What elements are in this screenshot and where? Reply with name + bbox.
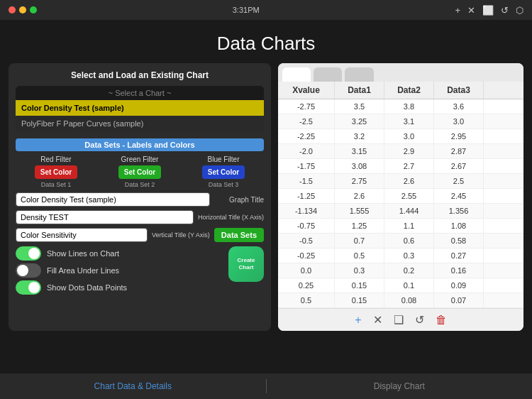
col-data3: Data3 xyxy=(434,82,484,99)
bottom-tab-display-chart[interactable]: Display Chart xyxy=(267,376,533,397)
table-row[interactable]: -1.1341.5551.4441.356 xyxy=(278,204,523,219)
table-cell: 0.58 xyxy=(434,234,484,248)
col-data2: Data2 xyxy=(384,82,434,99)
chart-selector: ~ Select a Chart ~ Color Density Test (s… xyxy=(16,86,264,131)
right-panel: Xvalue Data1 Data2 Data3 -2.753.53.83.6-… xyxy=(278,63,523,331)
table-cell: 0.7 xyxy=(335,234,384,248)
delete-icon[interactable]: ✕ xyxy=(373,313,382,327)
fill-area-toggle[interactable] xyxy=(16,263,41,278)
tab-3[interactable] xyxy=(345,67,373,82)
create-chart-button[interactable]: CreateChart xyxy=(228,246,264,282)
table-cell: 0.0 xyxy=(278,263,335,278)
table-cell: 1.25 xyxy=(335,219,384,233)
refresh-row-icon[interactable]: ↺ xyxy=(415,313,424,327)
toggle-show-lines: Show Lines on Chart xyxy=(16,246,223,261)
top-bar: 3:31PM + ✕ ⬜ ↺ ⬡ xyxy=(0,0,532,20)
table-actions: + ✕ ❑ ↺ 🗑 xyxy=(278,308,523,331)
table-cell: 2.67 xyxy=(434,159,484,173)
main-content: Select and Load an Existing Chart ~ Sele… xyxy=(0,63,532,331)
table-cell: 2.75 xyxy=(335,174,384,188)
table-cell: -0.5 xyxy=(278,234,335,248)
data-table: Xvalue Data1 Data2 Data3 -2.753.53.83.6-… xyxy=(278,82,523,308)
table-cell: 0.15 xyxy=(335,293,384,307)
window-icon[interactable]: ⬜ xyxy=(482,5,494,16)
table-cell: 2.55 xyxy=(384,189,434,203)
refresh-icon[interactable]: ↺ xyxy=(501,5,509,16)
table-cell: 1.1 xyxy=(384,219,434,233)
filter-col-blue: Blue Filter Set Color Data Set 3 xyxy=(183,155,264,188)
table-row[interactable]: -2.253.23.02.95 xyxy=(278,129,523,144)
table-row[interactable]: -2.753.53.83.6 xyxy=(278,99,523,114)
add-icon[interactable]: + xyxy=(455,5,460,16)
horizontal-title-input[interactable] xyxy=(16,210,194,224)
table-cell: 0.3 xyxy=(384,248,434,263)
graph-title-input[interactable] xyxy=(16,192,210,207)
dataset-label-1: Data Set 1 xyxy=(41,181,72,188)
copy-icon[interactable]: ❑ xyxy=(394,313,404,327)
table-cell: 0.5 xyxy=(335,248,384,263)
col-xvalue: Xvalue xyxy=(278,82,335,99)
data-sets-button[interactable]: Data Sets xyxy=(214,228,264,242)
bottom-bar: Chart Data & Details Display Chart xyxy=(0,373,532,399)
toggles-container: Show Lines on Chart Fill Area Under Line… xyxy=(16,246,223,297)
table-row[interactable]: -0.50.70.60.58 xyxy=(278,234,523,248)
bottom-tab-chart-data[interactable]: Chart Data & Details xyxy=(0,376,266,397)
tab-2[interactable] xyxy=(314,67,342,82)
table-cell: 2.87 xyxy=(434,144,484,158)
vertical-title-input[interactable] xyxy=(16,228,148,242)
graph-title-row: Graph Title xyxy=(16,192,264,207)
dataset-label-2: Data Set 2 xyxy=(125,181,155,188)
menu-icon[interactable]: ⬡ xyxy=(516,5,523,16)
trash-icon[interactable]: 🗑 xyxy=(436,314,447,327)
table-row[interactable]: -1.252.62.552.45 xyxy=(278,189,523,204)
table-row[interactable]: -2.03.152.92.87 xyxy=(278,144,523,159)
filter-col-green: Green Filter Set Color Data Set 2 xyxy=(99,155,180,188)
table-cell: 3.5 xyxy=(335,99,384,114)
vertical-title-row: Vertical Title (Y Axis) Data Sets xyxy=(16,228,264,242)
toggle-show-dots: Show Dots Data Points xyxy=(16,280,223,295)
dot-red[interactable] xyxy=(9,6,16,13)
table-cell: 0.09 xyxy=(434,278,484,293)
table-cell: 3.08 xyxy=(335,159,384,173)
table-cell: 3.0 xyxy=(434,114,484,129)
table-row[interactable]: 0.250.150.10.09 xyxy=(278,278,523,293)
table-cell: 3.2 xyxy=(335,129,384,143)
data-sets-title: Data Sets - Labels and Colors xyxy=(16,138,264,151)
tab-1[interactable] xyxy=(282,67,311,82)
green-filter-label: Green Filter xyxy=(121,155,159,163)
dataset-label-3: Data Set 3 xyxy=(209,181,239,188)
set-color-red-button[interactable]: Set Color xyxy=(35,165,77,179)
filter-row: Red Filter Set Color Data Set 1 Green Fi… xyxy=(16,155,264,188)
chart-item-normal[interactable]: PolyFiber F Paper Curves (sample) xyxy=(16,116,264,131)
set-color-blue-button[interactable]: Set Color xyxy=(202,165,245,179)
close-icon[interactable]: ✕ xyxy=(467,5,475,16)
table-cell: 2.45 xyxy=(434,189,484,203)
table-row[interactable]: -1.753.082.72.67 xyxy=(278,159,523,174)
table-cell: -2.5 xyxy=(278,114,335,129)
vertical-title-label: Vertical Title (Y Axis) xyxy=(152,231,210,239)
add-row-icon[interactable]: + xyxy=(355,314,361,327)
top-bar-left xyxy=(9,6,37,13)
table-row[interactable]: -1.52.752.62.5 xyxy=(278,174,523,189)
dot-yellow[interactable] xyxy=(19,6,26,13)
table-cell: 0.3 xyxy=(335,263,384,278)
table-cell: 3.0 xyxy=(384,129,434,143)
show-dots-toggle[interactable] xyxy=(16,280,41,295)
table-row[interactable]: -0.250.50.30.27 xyxy=(278,248,523,263)
table-body: -2.753.53.83.6-2.53.253.13.0-2.253.23.02… xyxy=(278,99,523,308)
show-lines-toggle[interactable] xyxy=(16,246,41,261)
graph-title-label: Graph Title xyxy=(214,196,264,204)
table-cell: -2.75 xyxy=(278,99,335,114)
table-cell: 0.16 xyxy=(434,263,484,278)
fill-area-label: Fill Area Under Lines xyxy=(47,266,119,275)
table-row[interactable]: 0.50.150.080.07 xyxy=(278,293,523,308)
table-row[interactable]: 0.00.30.20.16 xyxy=(278,263,523,278)
table-row[interactable]: -2.53.253.13.0 xyxy=(278,114,523,129)
set-color-green-button[interactable]: Set Color xyxy=(118,165,161,179)
show-lines-label: Show Lines on Chart xyxy=(47,249,119,258)
table-cell: 2.9 xyxy=(384,144,434,158)
top-bar-right: + ✕ ⬜ ↺ ⬡ xyxy=(455,5,523,16)
table-row[interactable]: -0.751.251.11.08 xyxy=(278,219,523,234)
dot-green[interactable] xyxy=(30,6,37,13)
chart-item-selected[interactable]: Color Density Test (sample) xyxy=(16,100,264,116)
